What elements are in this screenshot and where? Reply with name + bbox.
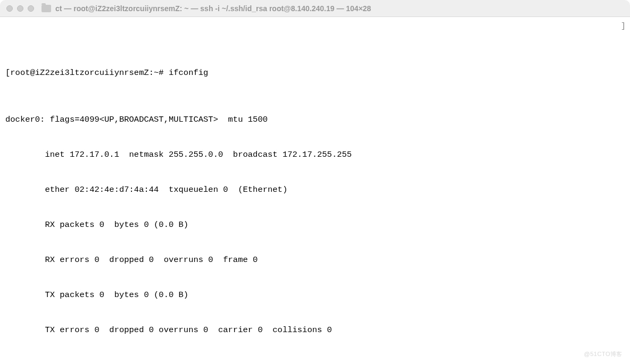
output-line: docker0: flags=4099<UP,BROADCAST,MULTICA…	[5, 114, 625, 125]
output-line: ether 02:42:4e:d7:4a:44 txqueuelen 0 (Et…	[5, 184, 625, 196]
terminal-output[interactable]: ] [root@iZ2zei3ltzorcuiiynrsemZ:~# ifcon…	[0, 17, 630, 364]
output-line: TX errors 0 dropped 0 overruns 0 carrier…	[5, 324, 625, 336]
window-titlebar: ct — root@iZ2zei3ltzorcuiiynrsemZ: ~ — s…	[0, 0, 630, 17]
shell-prompt: [root@iZ2zei3ltzorcuiiynrsemZ:~#	[5, 68, 164, 78]
watermark: @51CTO博客	[584, 348, 623, 360]
prompt-line: [root@iZ2zei3ltzorcuiiynrsemZ:~# ifconfi…	[5, 67, 625, 79]
output-line: inet 172.17.0.1 netmask 255.255.0.0 broa…	[5, 149, 625, 160]
output-line: TX packets 0 bytes 0 (0.0 B)	[5, 289, 625, 301]
folder-icon	[42, 5, 51, 12]
scrollbar-marker: ]	[621, 20, 626, 32]
close-button[interactable]	[6, 5, 13, 12]
window-title: ct — root@iZ2zei3ltzorcuiiynrsemZ: ~ — s…	[55, 3, 371, 14]
output-line: RX packets 0 bytes 0 (0.0 B)	[5, 219, 625, 231]
traffic-lights	[6, 5, 34, 12]
command-text: ifconfig	[169, 68, 208, 78]
output-blank	[5, 359, 625, 364]
output-line: RX errors 0 dropped 0 overruns 0 frame 0	[5, 254, 625, 266]
minimize-button[interactable]	[17, 5, 23, 12]
zoom-button[interactable]	[28, 5, 34, 12]
